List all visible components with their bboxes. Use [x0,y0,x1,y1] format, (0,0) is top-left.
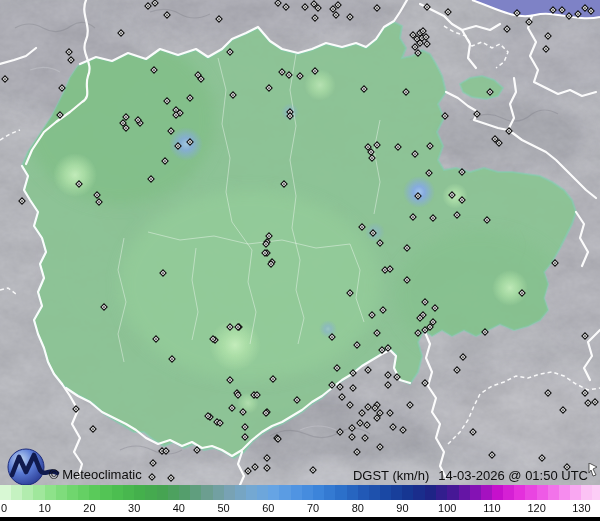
station-marker-dot [451,194,453,196]
legend-color-cell [179,485,201,500]
station-marker-dot [152,462,154,464]
station-marker-dot [406,247,408,249]
station-marker-dot [367,146,369,148]
station-marker-dot [59,114,61,116]
station-marker-dot [336,367,338,369]
station-marker-dot [125,116,127,118]
station-marker-dot [498,142,500,144]
station-marker-dot [412,34,414,36]
station-marker-dot [432,321,434,323]
station-marker-dot [170,130,172,132]
station-marker-dot [590,10,592,12]
station-marker-dot [96,194,98,196]
station-marker-dot [594,401,596,403]
station-marker-dot [264,252,266,254]
station-marker-dot [461,171,463,173]
station-marker-dot [417,332,419,334]
station-marker-dot [432,217,434,219]
station-marker-dot [384,269,386,271]
gust-spot [169,127,203,161]
station-marker-dot [237,326,239,328]
legend-color-cell [402,485,424,500]
station-marker-dot [232,94,234,96]
legend-color-cell [157,485,179,500]
calm-patch [442,183,468,209]
station-marker-dot [366,424,368,426]
station-marker-dot [21,200,23,202]
station-marker-dot [266,467,268,469]
station-marker-dot [389,412,391,414]
station-marker-dot [231,407,233,409]
station-marker-dot [425,36,427,38]
station-marker-dot [289,115,291,117]
station-marker-dot [562,409,564,411]
station-marker-dot [122,122,124,124]
station-marker-dot [379,446,381,448]
legend-color-cell [492,485,514,500]
legend-color-cell [268,485,290,500]
station-marker-dot [447,11,449,13]
station-marker-dot [424,382,426,384]
station-marker-dot [356,344,358,346]
station-marker-dot [414,46,416,48]
station-marker-dot [4,78,6,80]
calm-patch [492,270,528,306]
station-marker-dot [382,309,384,311]
station-marker-dot [426,43,428,45]
station-marker-dot [147,5,149,7]
station-marker-dot [314,70,316,72]
station-marker-dot [98,201,100,203]
station-marker-dot [409,404,411,406]
station-marker-dot [422,314,424,316]
station-marker-dot [281,71,283,73]
legend: 0102030405060708090100110120130 [0,485,600,521]
station-marker-dot [265,412,267,414]
station-marker-dot [381,349,383,351]
legend-color-cell [335,485,357,500]
station-marker-dot [339,386,341,388]
station-marker-dot [370,151,372,153]
station-marker-dot [189,97,191,99]
station-marker-dot [164,160,166,162]
station-marker-dot [335,14,337,16]
station-marker-dot [587,402,589,404]
station-marker-dot [426,6,428,8]
station-marker-dot [244,426,246,428]
station-marker-dot [387,347,389,349]
station-marker-dot [417,52,419,54]
station-marker-dot [361,412,363,414]
station-marker-dot [244,436,246,438]
station-marker-dot [103,306,105,308]
station-marker-dot [429,145,431,147]
station-marker-dot [456,214,458,216]
station-marker-dot [75,408,77,410]
station-marker-dot [547,35,549,37]
station-marker-dot [364,437,366,439]
station-marker-dot [92,428,94,430]
station-marker-dot [389,268,391,270]
legend-color-cell [470,485,492,500]
station-marker-dot [359,422,361,424]
station-marker-dot [229,326,231,328]
station-marker-dot [568,15,570,17]
station-marker-dot [313,3,315,5]
station-marker-dot [61,87,63,89]
station-marker-dot [337,4,339,6]
legend-tick: 50 [217,502,229,514]
station-marker-dot [312,469,314,471]
station-marker-dot [299,75,301,77]
station-marker-dot [196,449,198,451]
station-marker-dot [314,17,316,19]
station-marker-dot [356,451,358,453]
station-marker-dot [419,42,421,44]
station-marker-dot [352,372,354,374]
legend-tick: 100 [438,502,456,514]
station-marker-dot [179,112,181,114]
station-marker-dot [396,376,398,378]
legend-color-cell [313,485,335,500]
legend-color-cell [67,485,89,500]
station-marker-dot [461,199,463,201]
station-marker-dot [339,431,341,433]
station-marker-dot [584,335,586,337]
legend-color-cell [89,485,111,500]
